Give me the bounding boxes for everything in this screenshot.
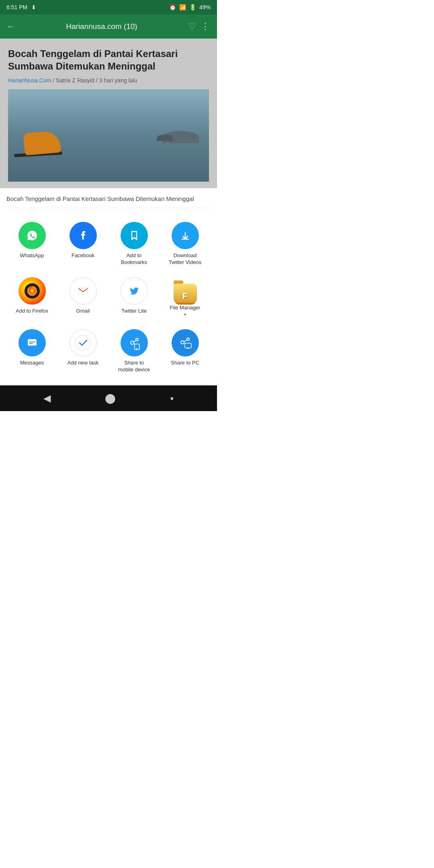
messages-icon [18, 329, 46, 356]
browser-title: Hariannusa.com (10) [20, 22, 183, 31]
facebook-icon [70, 222, 97, 249]
svg-point-6 [30, 289, 34, 293]
bookmarks-icon [121, 222, 148, 249]
filemanager-icon: F [172, 277, 199, 305]
share-item-whatsapp[interactable]: WhatsApp [6, 216, 57, 272]
filemanager-label: File Manager+ [170, 305, 201, 318]
gmail-label: Gmail [76, 308, 90, 315]
share-item-gmail[interactable]: Gmail [57, 272, 108, 324]
whatsapp-icon [18, 222, 46, 249]
more-options-button[interactable]: ⋮ [201, 21, 211, 32]
status-time: 6:51 PM [6, 4, 27, 10]
share-item-firefox[interactable]: Add to Firefox [6, 272, 57, 324]
recents-nav-button[interactable]: ▪ [170, 393, 174, 404]
home-nav-button[interactable]: ⬤ [105, 393, 116, 404]
bookmarks-label: Add toBookmarks [121, 252, 147, 266]
share-grid: WhatsApp Facebook Add toBookmarks [6, 216, 211, 382]
back-button[interactable]: ← [6, 21, 15, 32]
sharepc-icon [172, 329, 199, 356]
twitter-dl-label: DownloadTwitter Videos [169, 252, 201, 266]
share-description: Bocah Tenggelam di Pantai Kertasari Sumb… [6, 194, 211, 208]
article-source-link[interactable]: HarianNusa.Com [8, 77, 51, 84]
share-item-sharepc[interactable]: Share to PC [160, 323, 211, 379]
whatsapp-label: WhatsApp [20, 252, 44, 259]
bottom-nav-bar: ◀ ⬤ ▪ [0, 385, 217, 411]
battery-icon: 🔋 [189, 4, 196, 10]
share-item-facebook[interactable]: Facebook [57, 216, 108, 272]
back-nav-button[interactable]: ◀ [43, 393, 51, 404]
messages-label: Messages [20, 360, 44, 366]
firefox-label: Add to Firefox [16, 308, 48, 315]
svg-rect-27 [185, 343, 191, 348]
twitter-dl-icon [172, 222, 199, 249]
status-bar: 6:51 PM ⬇ ⏰ 📶 🔋 49% [0, 0, 217, 14]
browser-nav-bar: ← Hariannusa.com (10) ♡ ⋮ [0, 14, 217, 39]
sharemobile-icon [121, 329, 148, 356]
gmail-icon [70, 277, 97, 305]
firefox-icon [18, 277, 46, 305]
share-sheet: Bocah Tenggelam di Pantai Kertasari Sumb… [0, 188, 217, 382]
svg-point-2 [127, 228, 142, 243]
share-item-sharemobile[interactable]: Share tomobile device [108, 323, 160, 379]
battery-level: 49% [199, 4, 211, 10]
sharemobile-label: Share tomobile device [118, 360, 150, 373]
signal-icon: 📶 [179, 4, 186, 10]
share-item-addtask[interactable]: Add new task [57, 323, 108, 379]
svg-point-12 [76, 335, 91, 350]
twitter-lite-icon [121, 277, 148, 305]
addtask-icon [70, 329, 97, 356]
share-item-messages[interactable]: Messages [6, 323, 57, 379]
twitter-lite-label: Twitter Lite [121, 308, 147, 315]
favorite-button[interactable]: ♡ [188, 21, 196, 32]
facebook-label: Facebook [72, 252, 94, 259]
share-item-twitter-lite[interactable]: Twitter Lite [108, 272, 160, 324]
article-title: Bocah Tenggelam di Pantai Kertasari Sumb… [8, 47, 209, 72]
share-item-bookmarks[interactable]: Add toBookmarks [108, 216, 160, 272]
article-meta: HarianNusa.Com / Satria Z Rasyid / 3 har… [8, 77, 209, 84]
alarm-icon: ⏰ [169, 4, 176, 10]
share-item-filemanager[interactable]: F File Manager+ [160, 272, 211, 324]
article-image [8, 89, 209, 182]
article-meta-extra: / Satria Z Rasyid / 3 hari yang lalu [53, 77, 137, 84]
addtask-label: Add new task [67, 360, 98, 366]
share-item-twitter-dl[interactable]: DownloadTwitter Videos [160, 216, 211, 272]
sharepc-label: Share to PC [171, 360, 199, 366]
download-icon: ⬇ [31, 4, 36, 10]
article-background: Bocah Tenggelam di Pantai Kertasari Sumb… [0, 39, 217, 188]
